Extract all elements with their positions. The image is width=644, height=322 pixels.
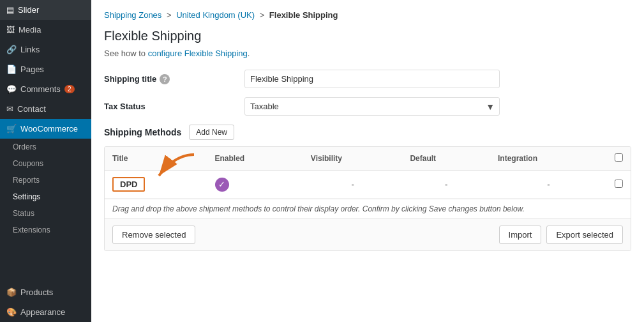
sidebar-item-label: Links [20, 45, 40, 54]
col-enabled: Enabled [207, 147, 303, 171]
col-default: Default [402, 147, 490, 171]
sidebar-sub-extensions[interactable]: Extensions [0, 222, 91, 238]
enabled-checkmark: ✓ [215, 178, 229, 192]
breadcrumb-sep2: > [260, 10, 265, 20]
breadcrumb-uk[interactable]: United Kingdom (UK) [176, 10, 255, 20]
section-title: Shipping Methods [104, 127, 181, 137]
add-new-button[interactable]: Add New [189, 125, 234, 140]
sidebar-item-label: WooCommerce [20, 124, 78, 134]
configure-link[interactable]: configure Flexible Shipping [148, 49, 248, 58]
drag-hint: Drag and drop the above shipment methods… [105, 199, 631, 218]
subtitle-suffix: . [248, 49, 250, 58]
sidebar-item-contact[interactable]: ✉ Contact [0, 99, 91, 119]
table-header: Title Enabled Visibility Default Integra… [105, 147, 631, 171]
sidebar: ▤ Slider 🖼 Media 🔗 Links 📄 Pages 💬 Comme… [0, 0, 91, 322]
pages-icon: 📄 [6, 65, 17, 74]
media-icon: 🖼 [6, 25, 15, 34]
links-icon: 🔗 [6, 45, 17, 54]
sidebar-sub-label: Orders [13, 142, 36, 151]
tax-status-select[interactable]: Taxable None [244, 97, 500, 116]
sidebar-item-label: Appearance [20, 307, 65, 317]
col-integration: Integration [490, 147, 607, 171]
tax-status-select-wrap: Taxable None ▼ [244, 97, 500, 116]
sidebar-sub-label: Status [13, 209, 34, 218]
row-select-checkbox[interactable] [615, 180, 623, 188]
breadcrumb-sep1: > [167, 10, 174, 20]
col-visibility: Visibility [303, 147, 403, 171]
breadcrumb: Shipping Zones > United Kingdom (UK) > F… [104, 10, 631, 20]
sidebar-sub-label: Reports [13, 176, 40, 185]
row-integration-cell: - [490, 171, 607, 199]
sidebar-item-label: Media [19, 25, 41, 34]
sidebar-sub-reports[interactable]: Reports [0, 172, 91, 188]
shipping-title-input[interactable] [244, 70, 500, 88]
sidebar-item-label: Comments [20, 84, 61, 94]
shipping-methods-header: Shipping Methods Add New [104, 125, 631, 140]
shipping-title-row: Shipping title ? [104, 70, 631, 88]
tax-status-row: Tax Status Taxable None ▼ [104, 97, 631, 116]
sidebar-sub-status[interactable]: Status [0, 205, 91, 222]
sidebar-sub-label: Settings [13, 192, 40, 201]
col-title: Title [105, 147, 207, 171]
products-icon: 📦 [6, 288, 17, 297]
row-enabled-cell: ✓ [207, 171, 303, 199]
woocommerce-icon: 🛒 [6, 124, 17, 134]
import-button[interactable]: Import [499, 226, 542, 244]
sidebar-item-links[interactable]: 🔗 Links [0, 40, 91, 59]
table-body: DPD ✓ - - - [105, 171, 631, 199]
sidebar-item-products[interactable]: 📦 Products [0, 282, 91, 302]
comments-icon: 💬 [6, 84, 17, 94]
tax-status-label: Tax Status [104, 102, 244, 111]
remove-selected-button[interactable]: Remove selected [112, 226, 195, 244]
sidebar-item-appearance[interactable]: 🎨 Appearance [0, 302, 91, 322]
sidebar-sub-label: Coupons [13, 159, 43, 168]
row-default-cell: - [402, 171, 490, 199]
sidebar-item-comments[interactable]: 💬 Comments 2 [0, 79, 91, 99]
export-selected-button[interactable]: Export selected [546, 226, 623, 244]
sidebar-item-woocommerce[interactable]: 🛒 WooCommerce [0, 119, 91, 139]
appearance-icon: 🎨 [6, 307, 17, 317]
col-checkbox-header [607, 147, 631, 171]
sidebar-sub-settings[interactable]: Settings [0, 188, 91, 205]
sidebar-sub-coupons[interactable]: Coupons [0, 155, 91, 172]
sidebar-item-slider[interactable]: ▤ Slider [0, 0, 91, 20]
shipping-title-label: Shipping title ? [104, 74, 244, 84]
sidebar-item-pages[interactable]: 📄 Pages [0, 59, 91, 79]
sidebar-item-media[interactable]: 🖼 Media [0, 20, 91, 40]
row-checkbox-cell [607, 171, 631, 199]
comments-badge: 2 [64, 85, 75, 93]
subtitle: See how to configure Flexible Shipping. [104, 49, 631, 58]
sidebar-item-label: Slider [18, 5, 39, 15]
footer-right-buttons: Import Export selected [499, 226, 623, 244]
sidebar-item-label: Pages [20, 65, 44, 74]
dpd-label[interactable]: DPD [112, 177, 145, 192]
select-all-checkbox[interactable] [615, 153, 623, 162]
sidebar-item-label: Contact [17, 104, 46, 114]
table-footer: Remove selected Import Export selected [105, 218, 631, 250]
methods-table-wrap: Title Enabled Visibility Default Integra… [104, 146, 631, 251]
contact-icon: ✉ [6, 104, 13, 114]
table-row: DPD ✓ - - - [105, 171, 631, 199]
sidebar-sub-label: Extensions [13, 226, 50, 234]
row-title-cell: DPD [105, 171, 207, 199]
shipping-title-help-icon[interactable]: ? [160, 74, 170, 84]
sidebar-item-label: Products [20, 288, 53, 297]
breadcrumb-shipping-zones[interactable]: Shipping Zones [104, 10, 161, 20]
subtitle-prefix: See how to [104, 49, 148, 58]
sidebar-sub-orders[interactable]: Orders [0, 139, 91, 155]
methods-table: Title Enabled Visibility Default Integra… [105, 147, 631, 199]
row-visibility-cell: - [303, 171, 403, 199]
breadcrumb-current: Flexible Shipping [269, 10, 338, 20]
slider-icon: ▤ [6, 5, 14, 15]
content-wrap: Shipping Zones > United Kingdom (UK) > F… [91, 0, 644, 322]
main-content: Shipping Zones > United Kingdom (UK) > F… [91, 0, 644, 322]
page-title: Flexible Shipping [104, 29, 631, 43]
